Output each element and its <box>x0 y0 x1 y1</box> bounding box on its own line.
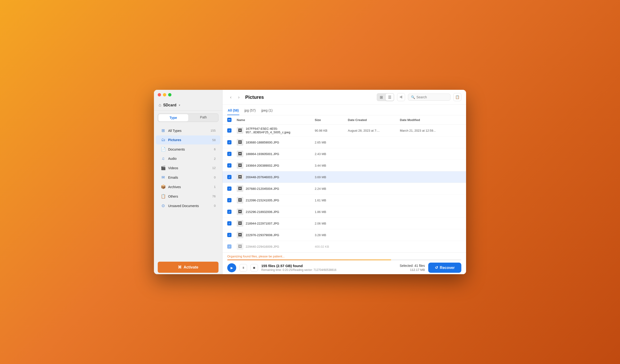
activate-key-icon: ⌘ <box>178 265 182 270</box>
pause-button[interactable]: ⏸ <box>240 264 247 272</box>
unsaved-icon: ⊙ <box>161 203 166 208</box>
table-row[interactable]: ✓ 🖼 167FF647-E5EC-4E55-957...8DB5AF25_4_… <box>222 124 466 136</box>
recover-icon: ↺ <box>435 265 438 270</box>
table-row[interactable]: ✓ 🖼 188864-193605001.JPG 2.43 MB <box>222 148 466 160</box>
list-view-button[interactable]: ☰ <box>386 94 394 101</box>
row-checkbox-4[interactable]: ✓ <box>227 175 232 179</box>
sidebar-count-emails: 0 <box>214 176 216 179</box>
sidebar-item-unsaved[interactable]: ⊙ Unsaved Documents 0 <box>156 201 220 210</box>
sidebar-item-others[interactable]: 📋 Others 76 <box>156 192 220 201</box>
row-checkbox-1[interactable]: ✓ <box>227 140 232 144</box>
sidebar-count-videos: 12 <box>212 166 216 170</box>
file-thumbnail-4: 🖼 <box>237 174 243 180</box>
table-row[interactable]: ✓ 🖼 215296-218932006.JPG 1.86 MB <box>222 206 466 218</box>
close-button[interactable] <box>158 93 161 96</box>
sidebar-item-documents[interactable]: 📄 Documents 6 <box>156 145 220 154</box>
play-icon: ▶ <box>231 266 233 270</box>
file-name-1: 183680-188859000.JPG <box>246 141 279 144</box>
sidebar-count-pictures: 58 <box>212 138 216 142</box>
help-button[interactable]: 📋 <box>453 93 461 101</box>
file-size-2: 2.43 MB <box>315 152 348 156</box>
sidebar-item-audio[interactable]: ♫ Audio 2 <box>156 154 220 163</box>
chevron-down-icon[interactable]: ▾ <box>179 104 180 107</box>
row-checkbox-0[interactable]: ✓ <box>227 128 232 133</box>
filter-button[interactable]: ⫷ <box>397 93 405 101</box>
activate-button[interactable]: ⌘ Activate <box>158 262 218 273</box>
file-size-3: 3.44 MB <box>315 164 348 167</box>
recover-label: Recover <box>440 266 455 270</box>
row-checkbox-7[interactable]: ✓ <box>227 210 232 214</box>
file-thumbnail-5: 🖼 <box>237 185 243 192</box>
bottom-bar: Organizing found files, please be patien… <box>222 252 466 274</box>
filter-tab-jpeg[interactable]: jpeg (1) <box>261 107 273 115</box>
sidebar-item-archives[interactable]: 📦 Archives 1 <box>156 182 220 191</box>
sidebar-item-emails[interactable]: ✉ Emails 0 <box>156 173 220 182</box>
row-checkbox-10[interactable]: ✓ <box>227 244 232 249</box>
stop-icon: ⏹ <box>253 266 256 270</box>
archive-icon: 📦 <box>161 184 166 189</box>
file-thumbnail-2: 🖼 <box>237 151 243 157</box>
file-table: Name Size Date Created Date Modified ✓ 🖼… <box>222 115 466 252</box>
grid-icon: ⊞ <box>161 128 166 133</box>
table-row[interactable]: ✓ 🖼 193664-200389002.JPG 3.44 MB <box>222 160 466 171</box>
sidebar-tabs: Type Path <box>158 113 218 122</box>
sidebar-item-all-types[interactable]: ⊞ All Types 155 <box>156 126 220 135</box>
document-icon: 📄 <box>161 147 166 152</box>
minimize-button[interactable] <box>163 93 166 96</box>
selected-count: Selected: 41 files <box>400 264 425 268</box>
table-row[interactable]: ✓ 🖼 183680-188859000.JPG 2.65 MB <box>222 136 466 148</box>
activate-label: Activate <box>184 265 198 270</box>
search-icon: 🔍 <box>411 95 415 99</box>
file-cell-9: 🖼 222976-229379008.JPG <box>237 232 315 238</box>
table-row-selected[interactable]: ✓ 🖼 200448-207646003.JPG 3.69 MB <box>222 171 466 183</box>
pictures-icon: 🗂 <box>161 137 166 142</box>
file-name-5: 207680-212045004.JPG <box>246 187 279 191</box>
row-checkbox-6[interactable]: ✓ <box>227 198 232 202</box>
table-row[interactable]: ✓ 🖼 222976-229379008.JPG 3.28 MB <box>222 229 466 241</box>
window-chrome: ⌂ SDcard ▾ Type Path ⊞ All Types 155 <box>154 90 466 274</box>
table-row[interactable]: ✓ 🖼 207680-212045004.JPG 2.24 MB <box>222 183 466 195</box>
row-checkbox-2[interactable]: ✓ <box>227 152 232 156</box>
sidebar-items-list: ⊞ All Types 155 🗂 Pictures 58 📄 Document… <box>154 125 222 258</box>
file-cell-4: 🖼 200448-207646003.JPG <box>237 174 315 180</box>
row-checkbox-9[interactable]: ✓ <box>227 233 232 237</box>
video-icon: 🎬 <box>161 166 166 170</box>
row-checkbox-8[interactable]: ✓ <box>227 221 232 226</box>
back-button[interactable]: ‹ <box>227 94 234 101</box>
maximize-button[interactable] <box>168 93 171 96</box>
file-cell-3: 🖼 193664-200389002.JPG <box>237 162 315 169</box>
file-cell-0: 🖼 167FF647-E5EC-4E55-957...8DB5AF25_4_50… <box>237 127 315 134</box>
sidebar-label-videos: Videos <box>168 166 210 170</box>
email-icon: ✉ <box>161 175 166 180</box>
sidebar: ⌂ SDcard ▾ Type Path ⊞ All Types 155 <box>154 90 222 274</box>
status-sub: Remaining time: 0:20:25/Reading sector: … <box>261 268 396 272</box>
filter-tab-all[interactable]: All (58) <box>227 107 239 115</box>
tab-type[interactable]: Type <box>158 114 188 121</box>
sidebar-item-pictures[interactable]: 🗂 Pictures 58 <box>156 136 220 144</box>
stop-button[interactable]: ⏹ <box>250 264 258 272</box>
forward-button[interactable]: › <box>235 94 242 101</box>
file-date-modified-0: March 21, 2023 at 12:59... <box>400 129 461 132</box>
tab-path[interactable]: Path <box>189 114 218 122</box>
recover-button[interactable]: ↺ Recover <box>428 263 461 273</box>
sidebar-item-videos[interactable]: 🎬 Videos 12 <box>156 163 220 173</box>
select-all-checkbox[interactable] <box>227 118 232 122</box>
filter-tab-jpg[interactable]: jpg (57) <box>244 107 256 115</box>
file-thumbnail-0: 🖼 <box>237 127 243 134</box>
file-size-6: 1.61 MB <box>315 198 348 202</box>
table-row[interactable]: ✓ 🖼 229440-229416009.JPG 400.02 KB <box>222 241 466 252</box>
file-size-5: 2.24 MB <box>315 187 348 191</box>
play-button[interactable]: ▶ <box>227 263 236 272</box>
table-row[interactable]: ✓ 🖼 212096-215241005.JPG 1.61 MB <box>222 195 466 206</box>
table-row[interactable]: ✓ 🖼 218944-222971007.JPG 2.06 MB <box>222 218 466 229</box>
row-checkbox-5[interactable]: ✓ <box>227 186 232 191</box>
grid-view-button[interactable]: ⊞ <box>377 94 385 101</box>
row-checkbox-3[interactable]: ✓ <box>227 163 232 167</box>
traffic-lights <box>154 90 222 99</box>
table-header: Name Size Date Created Date Modified <box>222 115 466 124</box>
filter-icon: ⫷ <box>399 95 403 99</box>
search-input[interactable] <box>416 95 447 99</box>
file-size-4: 3.69 MB <box>315 175 348 179</box>
sidebar-label-unsaved: Unsaved Documents <box>168 204 212 208</box>
organizing-text: Organizing found files, please be patien… <box>227 255 285 258</box>
